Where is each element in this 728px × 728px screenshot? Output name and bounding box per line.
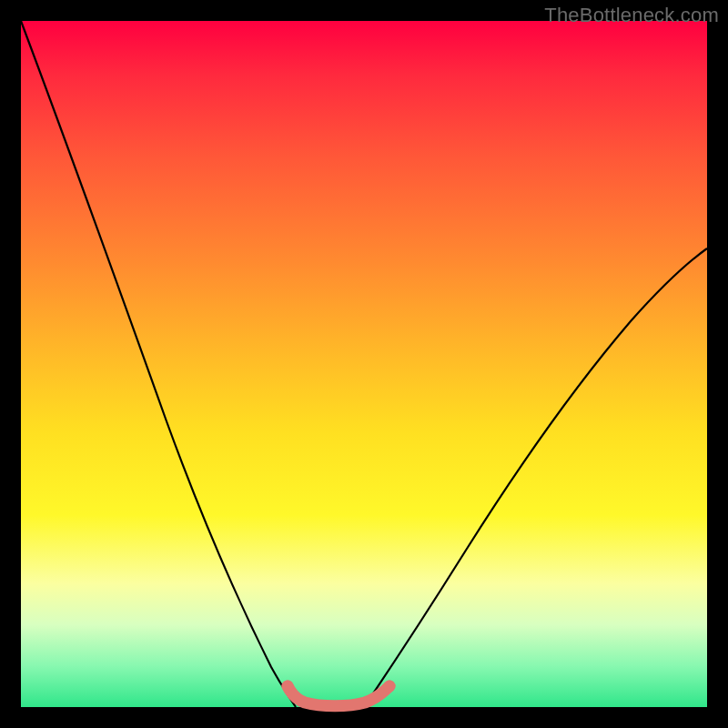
left-curve-end-dot xyxy=(282,681,294,693)
left-curve xyxy=(21,21,296,707)
right-curve xyxy=(364,248,707,707)
watermark-text: TheBottleneck.com xyxy=(544,4,719,27)
chart-curves-layer xyxy=(21,21,707,707)
bottom-pink-band xyxy=(288,686,389,706)
right-curve-start-dot xyxy=(384,681,396,693)
